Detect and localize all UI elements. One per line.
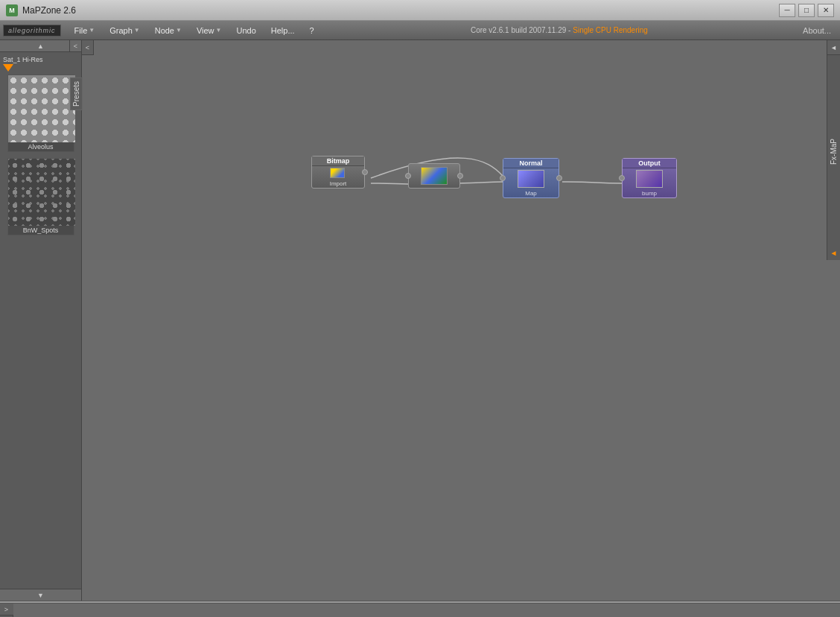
minimize-button[interactable]: ─ bbox=[779, 4, 795, 17]
lower-main[interactable]: ↩ ↕ ↙ bbox=[13, 604, 840, 617]
menu-bar: allegorithmic File ▼ Graph ▼ Node ▼ View… bbox=[0, 21, 840, 40]
bnwspots-name: BnW_Spots bbox=[8, 226, 74, 235]
fx-arrow[interactable]: ◄ bbox=[830, 249, 838, 257]
close-button[interactable]: ✕ bbox=[818, 4, 834, 17]
logo: allegorithmic bbox=[3, 25, 61, 37]
menu-question[interactable]: ? bbox=[302, 24, 322, 37]
left-sidebar: ▲ < Presets Sat_1 Hi-Res Alveolus BnW_Sp… bbox=[0, 40, 82, 601]
graph-collapse-button[interactable]: < bbox=[82, 40, 94, 55]
fx-collapse-button[interactable]: ◄ bbox=[827, 40, 841, 55]
logo-area: allegorithmic bbox=[3, 25, 61, 37]
bnwspots-thumb bbox=[8, 159, 75, 226]
node-normalmap[interactable]: Normal Map bbox=[503, 158, 559, 198]
mid-icon bbox=[421, 167, 448, 185]
file-arrow: ▼ bbox=[89, 27, 95, 34]
bitmap-icon bbox=[330, 168, 345, 178]
menu-file[interactable]: File ▼ bbox=[67, 24, 103, 37]
sidebar-scroll-down[interactable]: ▼ bbox=[0, 589, 81, 601]
sidebar-collapse-button[interactable]: < bbox=[69, 40, 81, 52]
sat-label: Sat_1 Hi-Res bbox=[0, 55, 81, 64]
node-normalmap-subtitle: Map bbox=[503, 189, 559, 197]
node-arrow: ▼ bbox=[176, 27, 182, 34]
lower-panel: > 3D Edit ↩ ↕ ↙ bbox=[0, 604, 840, 617]
alveolus-thumb bbox=[8, 75, 75, 142]
menu-graph[interactable]: Graph ▼ bbox=[102, 24, 147, 37]
alveolus-name: Alveolus bbox=[8, 142, 74, 151]
sat-arrow bbox=[3, 64, 13, 72]
graph-arrow: ▼ bbox=[134, 27, 140, 34]
title-bar: M MaPZone 2.6 ─ □ ✕ bbox=[0, 0, 840, 21]
node-output-body bbox=[623, 168, 676, 189]
menu-help[interactable]: Help... bbox=[264, 24, 302, 37]
texture-alveolus[interactable]: Alveolus bbox=[7, 75, 74, 152]
node-mid[interactable] bbox=[408, 163, 460, 189]
app-icon: M bbox=[6, 4, 18, 16]
view-arrow: ▼ bbox=[216, 27, 222, 34]
normalmap-input-connector[interactable] bbox=[500, 175, 506, 181]
output-preview bbox=[636, 170, 663, 188]
node-normalmap-body bbox=[503, 168, 559, 189]
wire-2 bbox=[456, 182, 503, 183]
mid-output-connector[interactable] bbox=[457, 173, 463, 179]
lower-left-sidebar: > 3D Edit bbox=[0, 604, 13, 617]
node-output-title: Output bbox=[623, 159, 676, 168]
menu-node[interactable]: Node ▼ bbox=[147, 24, 189, 37]
title-text: MaPZone 2.6 bbox=[22, 5, 779, 16]
bitmap-output-connector[interactable] bbox=[362, 169, 368, 175]
normalmap-output-connector[interactable] bbox=[556, 175, 562, 181]
rendering-status: Single CPU Rendering bbox=[573, 26, 648, 34]
fx-map-label[interactable]: Fx-MaP bbox=[828, 55, 839, 249]
presets-label[interactable]: Presets bbox=[70, 77, 83, 110]
normalmap-preview bbox=[518, 170, 544, 188]
node-normalmap-title: Normal bbox=[503, 159, 559, 168]
output-input-connector[interactable] bbox=[619, 175, 625, 181]
about-button[interactable]: About... bbox=[797, 24, 837, 37]
node-connections bbox=[82, 40, 840, 260]
node-bitmap[interactable]: Bitmap Import bbox=[311, 156, 365, 189]
mid-input-connector[interactable] bbox=[405, 173, 411, 179]
menu-view[interactable]: View ▼ bbox=[189, 24, 229, 37]
window-controls: ─ □ ✕ bbox=[779, 4, 834, 17]
node-mid-body bbox=[409, 164, 459, 188]
node-bitmap-subtitle: Import bbox=[312, 180, 364, 188]
status-bar-top: Core v2.6.1 build 2007.11.29 - Single CP… bbox=[322, 26, 797, 34]
node-bitmap-title: Bitmap bbox=[312, 156, 364, 166]
wire-1 bbox=[371, 183, 408, 184]
maximize-button[interactable]: □ bbox=[798, 4, 815, 17]
fx-sidebar: ◄ Fx-MaP ◄ bbox=[827, 40, 840, 260]
menu-undo[interactable]: Undo bbox=[229, 24, 263, 37]
graph-area[interactable]: < Bitmap Import bbox=[82, 40, 840, 260]
texture-bnwspots[interactable]: BnW_Spots bbox=[7, 158, 74, 235]
lower-collapse-button[interactable]: > bbox=[0, 604, 13, 616]
main-area: ▲ < Presets Sat_1 Hi-Res Alveolus BnW_Sp… bbox=[0, 40, 840, 601]
wire-3 bbox=[562, 182, 622, 183]
node-bitmap-body bbox=[312, 166, 364, 180]
node-output[interactable]: Output bump bbox=[622, 158, 677, 198]
node-output-subtitle: bump bbox=[623, 189, 676, 197]
